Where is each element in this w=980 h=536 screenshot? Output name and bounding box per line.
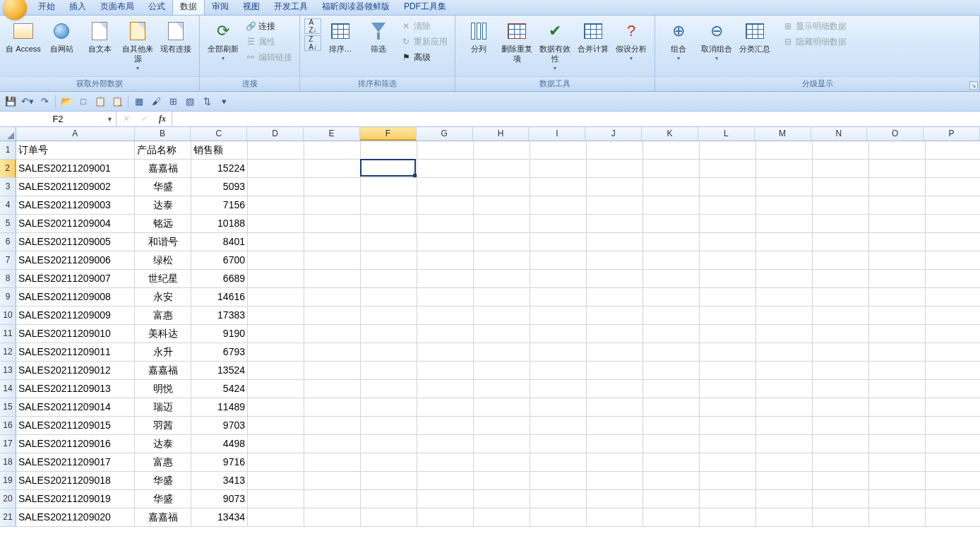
cell[interactable] xyxy=(474,325,530,343)
cell[interactable] xyxy=(700,306,756,325)
row-header[interactable]: 8 xyxy=(0,270,16,288)
cell[interactable] xyxy=(530,270,587,288)
cell[interactable] xyxy=(417,233,474,251)
cell[interactable] xyxy=(530,362,587,380)
cell[interactable] xyxy=(474,362,530,380)
cell[interactable]: 嘉嘉福 xyxy=(135,508,191,527)
cell[interactable] xyxy=(869,196,926,215)
cell[interactable] xyxy=(700,178,756,196)
cell[interactable] xyxy=(756,178,813,196)
sort-desc-button[interactable]: ZA↓ xyxy=(304,35,321,51)
cell[interactable] xyxy=(587,215,643,233)
row-header[interactable]: 5 xyxy=(0,215,16,233)
cell[interactable] xyxy=(813,196,869,215)
cell[interactable] xyxy=(474,215,530,233)
cell[interactable] xyxy=(869,215,926,233)
row-header[interactable]: 14 xyxy=(0,380,16,398)
cell[interactable] xyxy=(813,508,869,527)
cell[interactable] xyxy=(813,417,869,435)
cell[interactable] xyxy=(530,215,587,233)
cell[interactable] xyxy=(417,343,474,362)
cell[interactable] xyxy=(869,178,926,196)
cell[interactable] xyxy=(869,508,926,527)
cell[interactable] xyxy=(530,178,587,196)
cell[interactable]: 6793 xyxy=(191,343,248,362)
cell[interactable] xyxy=(813,233,869,251)
column-header[interactable]: P xyxy=(924,127,980,141)
cell[interactable] xyxy=(530,306,587,325)
row-header[interactable]: 15 xyxy=(0,398,16,417)
cell[interactable] xyxy=(587,472,643,490)
cell[interactable]: SALES20211209001 xyxy=(16,160,135,178)
cell[interactable]: SALES20211209011 xyxy=(16,343,135,362)
show-detail-button[interactable]: ⊞显示明细数据 xyxy=(779,18,849,34)
cell[interactable] xyxy=(643,288,700,306)
cell[interactable] xyxy=(643,435,700,453)
cell[interactable] xyxy=(248,288,304,306)
cell[interactable] xyxy=(304,417,361,435)
cell[interactable] xyxy=(248,417,304,435)
cell[interactable]: SALES20211209008 xyxy=(16,288,135,306)
tab-福昕阅读器领鲜版[interactable]: 福昕阅读器领鲜版 xyxy=(315,0,397,15)
enter-formula-button[interactable]: ✓ xyxy=(135,114,153,124)
cell[interactable] xyxy=(926,472,980,490)
cell[interactable] xyxy=(248,178,304,196)
cell[interactable] xyxy=(869,251,926,270)
cell[interactable] xyxy=(756,215,813,233)
formula-input[interactable] xyxy=(172,112,980,126)
cell[interactable] xyxy=(248,160,304,178)
cell[interactable] xyxy=(869,306,926,325)
cell[interactable] xyxy=(361,417,417,435)
cell[interactable] xyxy=(304,490,361,508)
redo-button[interactable]: ↷ xyxy=(38,95,51,108)
cell[interactable] xyxy=(926,160,980,178)
refresh-all-button[interactable]: ⟳全部刷新 xyxy=(204,18,242,64)
fill-color-button[interactable]: ▧ xyxy=(184,95,196,108)
cell[interactable] xyxy=(643,160,700,178)
cell[interactable] xyxy=(643,251,700,270)
cell[interactable] xyxy=(304,343,361,362)
cell[interactable] xyxy=(304,178,361,196)
cell[interactable] xyxy=(643,398,700,417)
cell[interactable] xyxy=(587,288,643,306)
cell[interactable] xyxy=(700,141,756,160)
cell[interactable] xyxy=(304,435,361,453)
cell[interactable] xyxy=(756,288,813,306)
cell[interactable] xyxy=(587,160,643,178)
cell[interactable] xyxy=(248,196,304,215)
cell[interactable] xyxy=(248,490,304,508)
cell[interactable] xyxy=(587,233,643,251)
cell[interactable] xyxy=(813,178,869,196)
from-web-button[interactable]: 自网站 xyxy=(42,18,80,54)
cell[interactable]: 永升 xyxy=(135,343,191,362)
cell[interactable] xyxy=(869,490,926,508)
cell[interactable] xyxy=(643,490,700,508)
cell[interactable] xyxy=(643,306,700,325)
cell[interactable] xyxy=(248,141,304,160)
cell[interactable] xyxy=(700,435,756,453)
cell[interactable]: 14616 xyxy=(191,288,248,306)
cell[interactable]: 达泰 xyxy=(135,435,191,453)
cell[interactable] xyxy=(756,435,813,453)
cell[interactable]: 7156 xyxy=(191,196,248,215)
cell[interactable] xyxy=(530,196,587,215)
cell[interactable] xyxy=(756,472,813,490)
cell[interactable] xyxy=(869,472,926,490)
cell[interactable] xyxy=(474,435,530,453)
cell[interactable] xyxy=(304,362,361,380)
cell[interactable] xyxy=(926,417,980,435)
cell[interactable] xyxy=(417,306,474,325)
cell[interactable] xyxy=(869,325,926,343)
cell[interactable] xyxy=(813,160,869,178)
cell[interactable] xyxy=(417,508,474,527)
cell[interactable]: 华盛 xyxy=(135,178,191,196)
cell[interactable] xyxy=(813,215,869,233)
cell[interactable] xyxy=(361,306,417,325)
cell[interactable]: 8401 xyxy=(191,233,248,251)
cell[interactable]: 美科达 xyxy=(135,325,191,343)
cell[interactable] xyxy=(248,472,304,490)
cell[interactable] xyxy=(813,472,869,490)
customize-qat[interactable]: ▾ xyxy=(217,95,230,108)
tab-开始[interactable]: 开始 xyxy=(31,0,62,15)
cell[interactable] xyxy=(474,472,530,490)
